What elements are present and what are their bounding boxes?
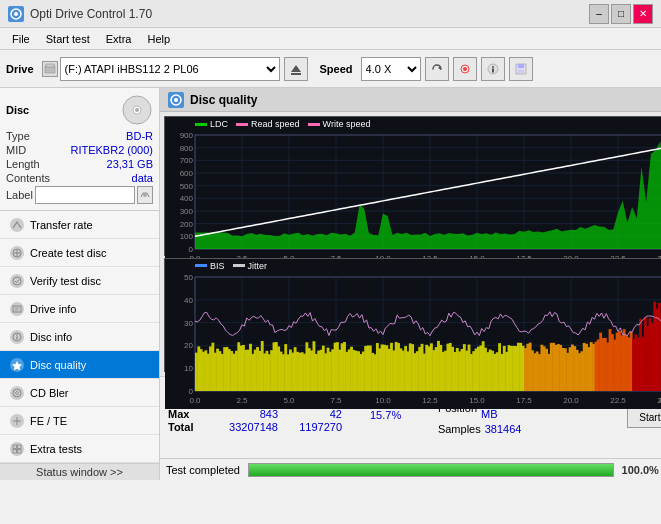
sidebar-item-transfer-rate[interactable]: Transfer rate (0, 211, 159, 239)
verify-test-disc-icon (10, 274, 24, 288)
refresh-button[interactable] (425, 57, 449, 81)
read-speed-color-dot (236, 123, 248, 126)
speed-select[interactable]: 4.0 X (361, 57, 421, 81)
sidebar-item-verify-test-disc[interactable]: Verify test disc (0, 267, 159, 295)
menubar: File Start test Extra Help (0, 28, 661, 50)
disc-mid-row: MID RITEKBR2 (000) (6, 144, 153, 156)
legend-write-speed: Write speed (308, 119, 371, 129)
disc-mid-value: RITEKBR2 (000) (70, 144, 153, 156)
svg-point-22 (13, 277, 21, 285)
disc-label-button[interactable] (137, 186, 153, 204)
toolbar: Drive (F:) ATAPI iHBS112 2 PL06 Speed 4.… (0, 50, 661, 88)
menu-start-test[interactable]: Start test (38, 31, 98, 47)
disc-type-value: BD-R (126, 130, 153, 142)
svg-point-18 (143, 193, 147, 197)
maximize-button[interactable]: □ (611, 4, 631, 24)
sidebar: Disc Type BD-R MID RITEKBR2 (000) Length… (0, 88, 160, 480)
disc-mid-label: MID (6, 144, 26, 156)
svg-rect-13 (518, 64, 524, 68)
menu-file[interactable]: File (4, 31, 38, 47)
svg-point-31 (16, 391, 19, 394)
legend-write-speed-label: Write speed (323, 119, 371, 129)
sidebar-item-extra-tests[interactable]: Extra tests (0, 435, 159, 463)
sidebar-item-disc-info[interactable]: Disc info (0, 323, 159, 351)
sidebar-item-drive-info[interactable]: Drive info (0, 295, 159, 323)
sidebar-label-disc-info: Disc info (30, 331, 72, 343)
disc-label-input[interactable] (35, 186, 135, 204)
svg-point-7 (463, 67, 467, 71)
eject-button[interactable] (284, 57, 308, 81)
minimize-button[interactable]: – (589, 4, 609, 24)
sidebar-label-drive-info: Drive info (30, 303, 76, 315)
app-title: Opti Drive Control 1.70 (30, 7, 152, 21)
legend-ldc-label: LDC (210, 119, 228, 129)
save-button[interactable] (509, 57, 533, 81)
disc-image-icon (121, 94, 153, 126)
fe-te-icon (10, 414, 24, 428)
svg-point-37 (174, 98, 178, 102)
close-button[interactable]: ✕ (633, 4, 653, 24)
svg-rect-28 (16, 336, 17, 339)
content-area: Disc quality LDC Read speed (160, 88, 661, 480)
disc-length-value: 23,31 GB (107, 158, 153, 170)
disc-quality-title: Disc quality (190, 93, 257, 107)
svg-rect-14 (518, 70, 524, 73)
info-button[interactable] (481, 57, 505, 81)
disc-type-row: Type BD-R (6, 130, 153, 142)
sidebar-label-disc-quality: Disc quality (30, 359, 86, 371)
svg-rect-11 (492, 68, 494, 72)
drive-info-icon (10, 302, 24, 316)
status-window-button[interactable]: Status window >> (0, 463, 159, 480)
legend-bis-label: BIS (210, 261, 225, 271)
svg-point-1 (14, 12, 18, 16)
start-part-button[interactable]: Start part (627, 406, 661, 428)
disc-quality-header: Disc quality (160, 88, 661, 112)
stats-max-ldc: 843 (206, 408, 278, 420)
svg-rect-3 (46, 64, 54, 67)
svg-rect-32 (13, 445, 17, 449)
legend-jitter: Jitter (233, 261, 268, 271)
progress-percent: 100.0% (622, 464, 659, 476)
sidebar-item-fe-te[interactable]: FE / TE (0, 407, 159, 435)
drive-select[interactable]: (F:) ATAPI iHBS112 2 PL06 (60, 57, 280, 81)
svg-point-30 (13, 389, 21, 397)
disc-contents-value: data (132, 172, 153, 184)
app-title-area: Opti Drive Control 1.70 (8, 6, 152, 22)
transfer-rate-icon (10, 218, 24, 232)
sidebar-item-cd-bler[interactable]: CD Bler (0, 379, 159, 407)
create-test-disc-icon (10, 246, 24, 260)
disc-quality-icon-header (168, 92, 184, 108)
disc-label-label: Label (6, 189, 33, 201)
svg-point-10 (492, 66, 494, 68)
menu-extra[interactable]: Extra (98, 31, 140, 47)
disc-length-row: Length 23,31 GB (6, 158, 153, 170)
disc-label-row: Label (6, 186, 153, 204)
app-icon (8, 6, 24, 22)
stats-total-label: Total (168, 421, 206, 433)
svg-rect-35 (18, 449, 22, 453)
progress-status-label: Test completed (166, 464, 240, 476)
window-controls: – □ ✕ (589, 4, 653, 24)
menu-help[interactable]: Help (139, 31, 178, 47)
chart-ldc: LDC Read speed Write speed (164, 116, 661, 256)
samples-value: 381464 (485, 423, 522, 435)
stats-max-bis: 42 (278, 408, 342, 420)
cd-bler-icon (10, 386, 24, 400)
sidebar-label-extra-tests: Extra tests (30, 443, 82, 455)
samples-label: Samples (438, 423, 481, 435)
progress-bar-fill (249, 464, 613, 476)
sidebar-label-cd-bler: CD Bler (30, 387, 69, 399)
sidebar-item-disc-quality[interactable]: Disc quality (0, 351, 159, 379)
stats-max-label: Max (168, 408, 206, 420)
ldc-color-dot (195, 123, 207, 126)
ldc-chart-canvas (165, 117, 661, 267)
disc-type-label: Type (6, 130, 30, 142)
sidebar-item-create-test-disc[interactable]: Create test disc (0, 239, 159, 267)
bis-color-dot (195, 264, 207, 267)
disc-contents-label: Contents (6, 172, 50, 184)
drive-label: Drive (6, 63, 34, 75)
stats-max-jitter: 15.7% (370, 409, 401, 421)
settings-button[interactable] (453, 57, 477, 81)
sidebar-label-transfer-rate: Transfer rate (30, 219, 93, 231)
svg-rect-33 (18, 445, 22, 449)
